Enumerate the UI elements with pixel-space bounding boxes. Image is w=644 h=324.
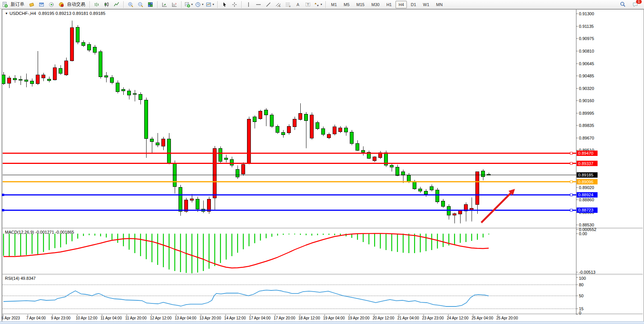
zoom-out-button[interactable]	[136, 0, 145, 9]
timeframe-button-M30[interactable]: M30	[368, 1, 383, 8]
line-chart-button[interactable]	[112, 0, 121, 9]
tile-windows-button[interactable]	[146, 0, 155, 9]
candle-body	[25, 80, 28, 81]
rsi-axis-label: 0	[579, 311, 581, 315]
horizontal-line-icon	[255, 2, 261, 8]
macd-bar	[151, 234, 152, 262]
macd-bar	[380, 234, 381, 249]
fibonacci-tool-button[interactable]: F	[284, 0, 293, 9]
candle-body	[110, 77, 114, 82]
text-label-tool-button[interactable]: T	[303, 0, 312, 9]
svg-text:A: A	[296, 2, 300, 7]
macd-bar	[180, 234, 181, 272]
new-order-button[interactable]	[0, 0, 10, 9]
chevron-down-icon: ▼	[320, 3, 323, 6]
candlestick-chart-button[interactable]	[102, 0, 111, 9]
crosshair-tool-button[interactable]	[230, 0, 239, 9]
candle-body	[299, 113, 302, 119]
time-axis-label: 25 Apr 20:00	[496, 316, 518, 320]
price-line-tag-label: 0.89185	[578, 173, 593, 177]
channel-tool-button[interactable]: E	[274, 0, 283, 9]
macd-bar	[249, 234, 249, 246]
indicators-button[interactable]: ▼	[184, 0, 194, 9]
vertical-line-icon	[245, 2, 252, 8]
timeframe-button-M1[interactable]: M1	[328, 1, 340, 8]
bar-chart-button[interactable]	[92, 0, 101, 9]
timeframe-button-M5[interactable]: M5	[341, 1, 352, 8]
auto-scroll-button[interactable]	[160, 0, 169, 9]
timeframe-button-D1[interactable]: D1	[408, 1, 419, 8]
macd-bar	[112, 234, 112, 240]
macd-bar	[146, 234, 147, 259]
search-button[interactable]	[618, 0, 627, 9]
candle-body	[476, 172, 479, 204]
timeframe-button-H4[interactable]: H4	[395, 1, 407, 8]
text-tool-button[interactable]: A	[293, 0, 303, 9]
price-tick-label: 0.90485	[579, 74, 594, 78]
arrow-shapes-icon	[314, 2, 320, 8]
macd-bar	[328, 234, 329, 235]
templates-button[interactable]: ▼	[205, 0, 215, 9]
timeframe-button-M15[interactable]: M15	[353, 1, 367, 8]
ticket-button[interactable]	[27, 0, 36, 9]
toolbar-separator	[123, 1, 124, 8]
macd-bar	[72, 234, 72, 241]
candle-body	[242, 164, 245, 174]
text-label-icon: T	[305, 2, 311, 8]
periods-button[interactable]: ▼	[194, 0, 204, 9]
svg-text:T: T	[307, 3, 309, 6]
time-axis-label: 6 Apr 2023	[2, 316, 20, 320]
timeframe-button-MN[interactable]: MN	[433, 1, 446, 8]
bar-chart-icon	[94, 2, 100, 8]
autotrade-label[interactable]: 自动交易	[67, 1, 85, 8]
candle-body	[442, 201, 445, 206]
candle-body	[259, 111, 262, 119]
macd-bar	[477, 234, 478, 240]
line-handle	[570, 209, 572, 211]
timeframe-button-H1[interactable]: H1	[383, 1, 395, 8]
clock-icon	[195, 2, 201, 8]
market-watch-button[interactable]	[37, 0, 46, 9]
macd-bar	[197, 234, 198, 273]
zoom-in-button[interactable]	[126, 0, 135, 9]
notifications-button[interactable]: 1	[631, 0, 640, 9]
candle-body	[265, 110, 268, 115]
macd-bar	[488, 234, 489, 234]
candlestick-chart-icon	[104, 2, 110, 8]
chart-canvas[interactable]: 0.913000.911350.909750.908100.906450.904…	[2, 10, 644, 321]
timeframe-button-W1[interactable]: W1	[420, 1, 432, 8]
chart-shift-button[interactable]	[170, 0, 179, 9]
candle-body	[407, 175, 411, 182]
horizontal-line-tool-button[interactable]	[254, 0, 263, 9]
autotrade-button[interactable]	[57, 0, 66, 9]
toolbar-separator	[181, 1, 182, 8]
candle-body	[82, 42, 85, 45]
macd-bar	[243, 234, 244, 249]
auto-scroll-icon	[161, 2, 167, 8]
signals-button[interactable]	[47, 0, 56, 9]
candle-body	[287, 126, 291, 133]
chevron-down-icon: ▼	[191, 3, 193, 6]
time-axis-label: 14 Apr 12:00	[224, 316, 246, 320]
arrows-tool-button[interactable]: ▼	[313, 0, 323, 9]
crosshair-icon	[231, 2, 238, 8]
candle-body	[8, 78, 11, 83]
macd-bar	[100, 234, 101, 236]
vertical-line-tool-button[interactable]	[244, 0, 253, 9]
toolbar-separator	[157, 1, 158, 8]
new-order-label[interactable]: 新订单	[11, 1, 24, 8]
candle-body	[362, 150, 365, 152]
trendline-tool-button[interactable]	[264, 0, 273, 9]
candle-body	[42, 75, 45, 78]
time-axis-label: 17 Apr 20:00	[274, 316, 295, 320]
price-tick-label: 0.90645	[579, 61, 594, 66]
macd-bar	[20, 234, 21, 257]
macd-bar	[300, 234, 301, 235]
macd-bar	[465, 234, 466, 242]
macd-bar	[209, 234, 209, 269]
macd-bar	[89, 234, 89, 235]
symbol-dropdown-icon[interactable]: ▼	[5, 12, 8, 15]
toolbar-separator	[325, 1, 326, 8]
cursor-tool-button[interactable]	[220, 0, 229, 9]
macd-bar	[14, 234, 15, 256]
